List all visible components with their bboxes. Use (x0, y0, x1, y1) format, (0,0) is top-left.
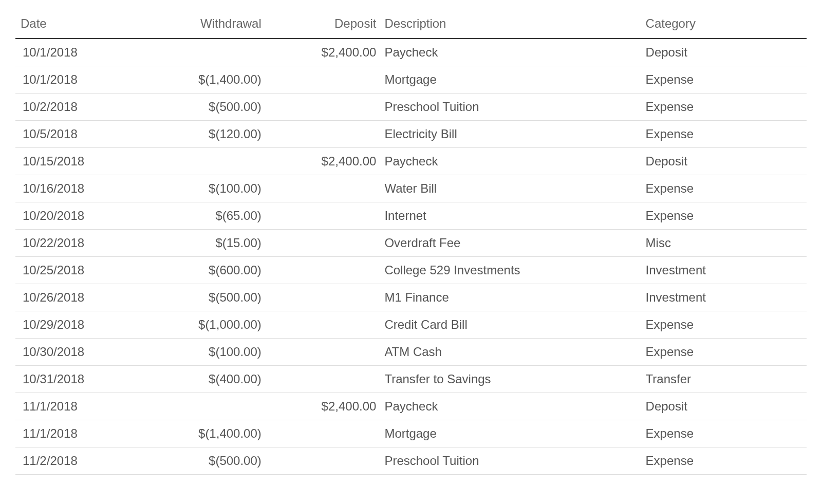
table-body: 10/1/2018$2,400.00PaycheckDeposit10/1/20… (15, 39, 807, 475)
cell-description: Paycheck (379, 39, 640, 66)
cell-date: 11/1/2018 (15, 420, 134, 447)
table-row: 10/29/2018$(1,000.00)Credit Card BillExp… (15, 311, 807, 339)
table-row: 11/2/2018$(500.00)Preschool TuitionExpen… (15, 447, 807, 475)
cell-withdrawal: $(100.00) (134, 339, 269, 366)
header-withdrawal: Withdrawal (134, 10, 269, 39)
cell-withdrawal (134, 148, 269, 175)
cell-description: Mortgage (379, 66, 640, 94)
cell-date: 10/29/2018 (15, 311, 134, 339)
table-row: 10/1/2018$(1,400.00)MortgageExpense (15, 66, 807, 94)
cell-withdrawal: $(500.00) (134, 447, 269, 475)
cell-deposit (269, 420, 380, 447)
cell-withdrawal: $(1,400.00) (134, 66, 269, 94)
cell-description: Overdraft Fee (379, 230, 640, 257)
cell-category: Expense (641, 175, 807, 202)
table-row: 10/5/2018$(120.00)Electricity BillExpens… (15, 121, 807, 148)
cell-description: Transfer to Savings (379, 366, 640, 393)
transactions-table: Date Withdrawal Deposit Description Cate… (15, 10, 807, 475)
table-row: 10/25/2018$(600.00)College 529 Investmen… (15, 257, 807, 284)
cell-description: College 529 Investments (379, 257, 640, 284)
cell-date: 10/25/2018 (15, 257, 134, 284)
cell-deposit (269, 311, 380, 339)
cell-withdrawal: $(400.00) (134, 366, 269, 393)
table-row: 10/20/2018$(65.00)InternetExpense (15, 202, 807, 230)
cell-date: 10/20/2018 (15, 202, 134, 230)
cell-deposit (269, 366, 380, 393)
table-row: 11/1/2018$2,400.00PaycheckDeposit (15, 393, 807, 420)
cell-deposit (269, 284, 380, 311)
cell-deposit (269, 257, 380, 284)
cell-deposit: $2,400.00 (269, 148, 380, 175)
cell-withdrawal: $(500.00) (134, 94, 269, 121)
cell-description: Mortgage (379, 420, 640, 447)
cell-withdrawal: $(500.00) (134, 284, 269, 311)
cell-deposit (269, 94, 380, 121)
cell-category: Investment (641, 257, 807, 284)
cell-date: 10/15/2018 (15, 148, 134, 175)
cell-withdrawal (134, 393, 269, 420)
cell-description: Water Bill (379, 175, 640, 202)
cell-category: Deposit (641, 39, 807, 66)
cell-category: Expense (641, 420, 807, 447)
cell-description: Electricity Bill (379, 121, 640, 148)
cell-description: Credit Card Bill (379, 311, 640, 339)
cell-date: 10/26/2018 (15, 284, 134, 311)
table-row: 10/16/2018$(100.00)Water BillExpense (15, 175, 807, 202)
cell-category: Expense (641, 94, 807, 121)
cell-category: Expense (641, 202, 807, 230)
cell-description: Internet (379, 202, 640, 230)
cell-description: Preschool Tuition (379, 447, 640, 475)
cell-deposit (269, 66, 380, 94)
cell-category: Expense (641, 66, 807, 94)
cell-deposit (269, 339, 380, 366)
cell-withdrawal: $(120.00) (134, 121, 269, 148)
table-row: 10/15/2018$2,400.00PaycheckDeposit (15, 148, 807, 175)
cell-withdrawal: $(15.00) (134, 230, 269, 257)
cell-category: Expense (641, 121, 807, 148)
cell-date: 11/2/2018 (15, 447, 134, 475)
header-deposit: Deposit (269, 10, 380, 39)
cell-category: Investment (641, 284, 807, 311)
cell-category: Deposit (641, 148, 807, 175)
cell-date: 10/5/2018 (15, 121, 134, 148)
cell-category: Expense (641, 339, 807, 366)
cell-category: Transfer (641, 366, 807, 393)
cell-category: Expense (641, 447, 807, 475)
table-row: 11/1/2018$(1,400.00)MortgageExpense (15, 420, 807, 447)
cell-category: Misc (641, 230, 807, 257)
cell-date: 10/2/2018 (15, 94, 134, 121)
cell-date: 10/31/2018 (15, 366, 134, 393)
cell-deposit (269, 121, 380, 148)
cell-description: Paycheck (379, 393, 640, 420)
cell-withdrawal: $(1,000.00) (134, 311, 269, 339)
cell-description: Preschool Tuition (379, 94, 640, 121)
cell-deposit (269, 447, 380, 475)
table-row: 10/22/2018$(15.00)Overdraft FeeMisc (15, 230, 807, 257)
table-header-row: Date Withdrawal Deposit Description Cate… (15, 10, 807, 39)
header-category: Category (641, 10, 807, 39)
cell-deposit (269, 230, 380, 257)
cell-description: Paycheck (379, 148, 640, 175)
cell-deposit: $2,400.00 (269, 39, 380, 66)
cell-description: ATM Cash (379, 339, 640, 366)
cell-deposit (269, 175, 380, 202)
table-row: 10/30/2018$(100.00)ATM CashExpense (15, 339, 807, 366)
cell-deposit: $2,400.00 (269, 393, 380, 420)
cell-date: 10/22/2018 (15, 230, 134, 257)
cell-category: Deposit (641, 393, 807, 420)
cell-withdrawal: $(1,400.00) (134, 420, 269, 447)
table-row: 10/2/2018$(500.00)Preschool TuitionExpen… (15, 94, 807, 121)
cell-description: M1 Finance (379, 284, 640, 311)
table-row: 10/26/2018$(500.00)M1 FinanceInvestment (15, 284, 807, 311)
table-row: 10/1/2018$2,400.00PaycheckDeposit (15, 39, 807, 66)
cell-withdrawal (134, 39, 269, 66)
table-row: 10/31/2018$(400.00)Transfer to SavingsTr… (15, 366, 807, 393)
cell-date: 11/1/2018 (15, 393, 134, 420)
cell-deposit (269, 202, 380, 230)
cell-date: 10/1/2018 (15, 66, 134, 94)
cell-withdrawal: $(65.00) (134, 202, 269, 230)
header-date: Date (15, 10, 134, 39)
cell-category: Expense (641, 311, 807, 339)
header-description: Description (379, 10, 640, 39)
cell-date: 10/16/2018 (15, 175, 134, 202)
